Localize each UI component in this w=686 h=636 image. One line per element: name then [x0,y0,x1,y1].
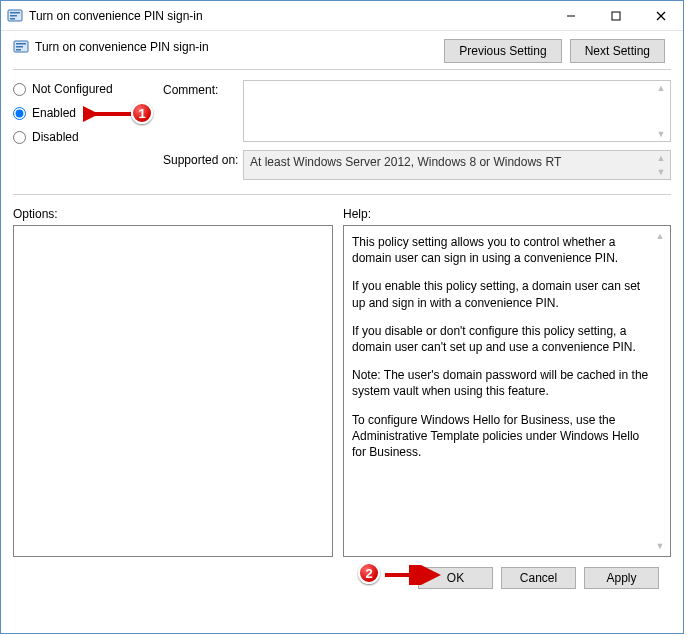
chevron-down-icon[interactable]: ▼ [654,129,668,139]
radio-label: Enabled [32,106,76,120]
annotation-arrow-2 [383,565,443,585]
field-column: Comment: ▲ ▼ Supported on: At least Wind… [163,80,671,188]
minimize-button[interactable] [548,1,593,30]
apply-button[interactable]: Apply [584,567,659,589]
svg-rect-5 [612,12,620,20]
comment-row: Comment: ▲ ▼ [163,80,671,142]
svg-rect-2 [10,15,17,17]
supported-field: At least Windows Server 2012, Windows 8 … [243,150,671,180]
dialog-window: Turn on convenience PIN sign-in Turn on … [0,0,684,634]
radio-disabled-input[interactable] [13,131,26,144]
divider [13,194,671,195]
scroll-arrows: ▲ ▼ [654,83,668,139]
annotation-arrow-1 [83,104,133,124]
svg-rect-11 [16,49,21,51]
radio-disabled[interactable]: Disabled [13,130,163,144]
chevron-up-icon[interactable]: ▲ [653,230,667,242]
annotation-badge-2: 2 [358,562,380,584]
policy-name: Turn on convenience PIN sign-in [35,40,209,54]
chevron-down-icon[interactable]: ▼ [653,540,667,552]
window-title: Turn on convenience PIN sign-in [29,9,548,23]
chevron-down-icon[interactable]: ▼ [654,167,668,177]
radio-not-configured-input[interactable] [13,83,26,96]
help-paragraph: If you enable this policy setting, a dom… [352,278,650,310]
minimize-icon [566,11,576,21]
state-radios: Not Configured Enabled Disabled 1 [13,80,163,154]
window-controls [548,1,683,30]
options-label: Options: [13,207,343,221]
footer-buttons: 2 OK Cancel Apply [13,557,671,589]
chevron-up-icon[interactable]: ▲ [654,83,668,93]
options-panel[interactable] [13,225,333,557]
help-panel[interactable]: This policy setting allows you to contro… [343,225,671,557]
help-paragraph: If you disable or don't configure this p… [352,323,650,355]
policy-icon [7,8,23,24]
radio-not-configured[interactable]: Not Configured [13,82,163,96]
help-paragraph: Note: The user's domain password will be… [352,367,650,399]
titlebar[interactable]: Turn on convenience PIN sign-in [1,1,683,31]
next-setting-button[interactable]: Next Setting [570,39,665,63]
comment-label: Comment: [163,80,243,142]
panels: This policy setting allows you to contro… [13,225,671,557]
close-icon [656,11,666,21]
maximize-button[interactable] [593,1,638,30]
annotation-badge-1: 1 [131,102,153,124]
svg-rect-3 [10,18,15,20]
divider [13,69,671,70]
config-row: Not Configured Enabled Disabled 1 [13,80,671,188]
svg-rect-9 [16,43,26,45]
radio-label: Disabled [32,130,79,144]
scroll-arrows: ▲ ▼ [653,230,667,552]
cancel-button[interactable]: Cancel [501,567,576,589]
radio-label: Not Configured [32,82,113,96]
section-labels: Options: Help: [13,207,671,221]
policy-icon [13,39,29,55]
supported-value: At least Windows Server 2012, Windows 8 … [250,155,561,169]
header-row: Turn on convenience PIN sign-in Previous… [13,39,671,63]
scroll-arrows: ▲ ▼ [654,153,668,177]
supported-label: Supported on: [163,150,243,180]
radio-enabled-input[interactable] [13,107,26,120]
maximize-icon [611,11,621,21]
previous-setting-button[interactable]: Previous Setting [444,39,561,63]
svg-rect-1 [10,12,20,14]
comment-field[interactable]: ▲ ▼ [243,80,671,142]
help-paragraph: To configure Windows Hello for Business,… [352,412,650,461]
help-label: Help: [343,207,371,221]
svg-rect-10 [16,46,23,48]
close-button[interactable] [638,1,683,30]
dialog-content: Turn on convenience PIN sign-in Previous… [1,31,683,597]
help-paragraph: This policy setting allows you to contro… [352,234,650,266]
chevron-up-icon[interactable]: ▲ [654,153,668,163]
supported-row: Supported on: At least Windows Server 20… [163,150,671,180]
